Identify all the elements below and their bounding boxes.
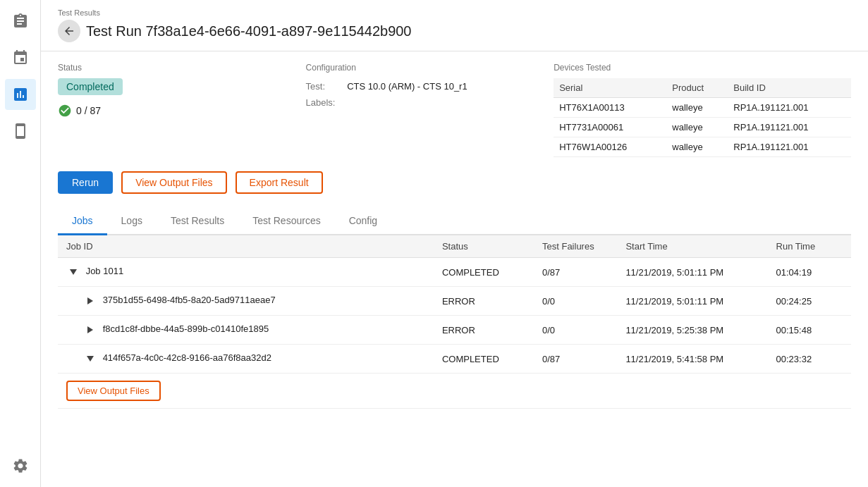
tab-test-results[interactable]: Test Results [157, 208, 238, 235]
table-row: Job 1011 COMPLETED 0/87 11/21/2019, 5:01… [58, 258, 851, 287]
job-run-time: 01:04:19 [768, 258, 851, 287]
job-failures: 0/87 [534, 345, 617, 374]
device-build-id: RP1A.191121.001 [728, 118, 851, 137]
job-id-value: Job 1011 [86, 266, 124, 276]
tab-config[interactable]: Config [335, 208, 391, 235]
config-test-value: CTS 10.0 (ARM) - CTS 10_r1 [347, 81, 467, 92]
content-area: Status Completed 0 / 87 Configuration Te… [41, 51, 868, 487]
devices-col-buildid: Build ID [728, 78, 851, 98]
config-labels-line: Labels: [306, 94, 554, 111]
device-serial: HT76W1A00126 [554, 137, 666, 157]
sidebar-item-analytics[interactable] [5, 79, 36, 110]
table-row: HT76W1A00126 walleye RP1A.191121.001 [554, 137, 851, 157]
page-header: Test Results Test Run 7f38a1e4-6e66-4091… [41, 0, 868, 51]
table-row: 375b1d55-6498-4fb5-8a20-5ad9711aeae7 ERR… [58, 287, 851, 316]
jobs-col-status: Status [434, 235, 534, 258]
config-labels-label: Labels: [306, 94, 345, 111]
expand-button[interactable] [66, 265, 80, 279]
main-content: Test Results Test Run 7f38a1e4-6e66-4091… [41, 0, 868, 487]
config-label: Configuration [306, 63, 554, 73]
status-block: Status Completed 0 / 87 [58, 63, 306, 157]
title-row: Test Run 7f38a1e4-6e66-4091-a897-9e11544… [58, 20, 851, 42]
device-build-id: RP1A.191121.001 [728, 98, 851, 118]
job-id-value: 414f657a-4c0c-42c8-9166-aa76f8aa32d2 [103, 352, 271, 363]
job-status: COMPLETED [434, 258, 534, 287]
row-view-output-button[interactable]: View Output Files [66, 381, 161, 401]
job-status: ERROR [434, 316, 534, 345]
job-id-cell: 375b1d55-6498-4fb5-8a20-5ad9711aeae7 [58, 287, 434, 316]
expand-icon [87, 297, 93, 304]
devices-label: Devices Tested [554, 63, 851, 73]
tab-logs[interactable]: Logs [107, 208, 157, 235]
sidebar-item-phone[interactable] [5, 116, 36, 147]
jobs-col-starttime: Start Time [617, 235, 767, 258]
job-failures: 0/87 [534, 258, 617, 287]
sidebar [0, 0, 41, 487]
expand-icon [87, 326, 93, 333]
page-title: Test Run 7f38a1e4-6e66-4091-a897-9e11544… [86, 23, 412, 39]
device-build-id: RP1A.191121.001 [728, 137, 851, 157]
job-start-time: 11/21/2019, 5:41:58 PM [617, 345, 767, 374]
check-circle-icon [58, 104, 72, 118]
tabs-row: Jobs Logs Test Results Test Resources Co… [58, 208, 851, 235]
view-output-files-button[interactable]: View Output Files [121, 171, 226, 194]
devices-table: Serial Product Build ID HT76X1A00113 wal… [554, 78, 851, 157]
collapse-icon [70, 269, 77, 275]
device-product: walleye [666, 118, 728, 137]
view-output-cell: View Output Files [58, 374, 851, 409]
status-label: Status [58, 63, 306, 73]
job-id-cell: 414f657a-4c0c-42c8-9166-aa76f8aa32d2 [58, 345, 434, 374]
table-row: HT76X1A00113 walleye RP1A.191121.001 [554, 98, 851, 118]
devices-col-serial: Serial [554, 78, 666, 98]
tab-jobs[interactable]: Jobs [58, 208, 107, 235]
job-run-time: 00:24:25 [768, 287, 851, 316]
sidebar-item-tasks[interactable] [5, 6, 36, 37]
device-product: walleye [666, 98, 728, 118]
collapse-icon [87, 356, 94, 362]
expand-button[interactable] [83, 294, 97, 308]
job-run-time: 00:23:32 [768, 345, 851, 374]
job-status: ERROR [434, 287, 534, 316]
pass-count-value: 0 / 87 [76, 105, 101, 116]
devices-col-product: Product [666, 78, 728, 98]
job-failures: 0/0 [534, 316, 617, 345]
job-failures: 0/0 [534, 287, 617, 316]
expand-button[interactable] [83, 323, 97, 337]
job-start-time: 11/21/2019, 5:01:11 PM [617, 287, 767, 316]
export-result-button[interactable]: Export Result [236, 171, 323, 194]
table-row: f8cd1c8f-dbbe-44a5-899b-c01410fe1895 ERR… [58, 316, 851, 345]
table-row: 414f657a-4c0c-42c8-9166-aa76f8aa32d2 COM… [58, 345, 851, 374]
job-id-value: 375b1d55-6498-4fb5-8a20-5ad9711aeae7 [103, 295, 276, 305]
jobs-col-failures: Test Failures [534, 235, 617, 258]
sidebar-item-calendar[interactable] [5, 42, 36, 73]
config-test-line: Test: CTS 10.0 (ARM) - CTS 10_r1 [306, 78, 554, 94]
jobs-table: Job ID Status Test Failures Start Time R… [58, 235, 851, 409]
expand-button[interactable] [83, 352, 97, 366]
info-section: Status Completed 0 / 87 Configuration Te… [58, 63, 851, 157]
jobs-col-id: Job ID [58, 235, 434, 258]
back-button[interactable] [58, 20, 80, 42]
view-output-row: View Output Files [58, 374, 851, 409]
job-id-cell: f8cd1c8f-dbbe-44a5-899b-c01410fe1895 [58, 316, 434, 345]
job-status: COMPLETED [434, 345, 534, 374]
table-row: HT7731A00061 walleye RP1A.191121.001 [554, 118, 851, 137]
actions-row: Rerun View Output Files Export Result [58, 171, 851, 194]
job-run-time: 00:15:48 [768, 316, 851, 345]
job-start-time: 11/21/2019, 5:25:38 PM [617, 316, 767, 345]
job-id-cell: Job 1011 [58, 258, 434, 287]
config-block: Configuration Test: CTS 10.0 (ARM) - CTS… [306, 63, 554, 157]
jobs-col-runtime: Run Time [768, 235, 851, 258]
breadcrumb: Test Results [58, 8, 851, 17]
config-test-label: Test: [306, 78, 345, 94]
rerun-button[interactable]: Rerun [58, 171, 113, 194]
job-start-time: 11/21/2019, 5:01:11 PM [617, 258, 767, 287]
device-product: walleye [666, 137, 728, 157]
devices-section: Devices Tested Serial Product Build ID H… [554, 63, 851, 157]
sidebar-item-settings[interactable] [5, 450, 36, 481]
device-serial: HT7731A00061 [554, 118, 666, 137]
status-badge: Completed [58, 78, 123, 95]
job-id-value: f8cd1c8f-dbbe-44a5-899b-c01410fe1895 [103, 323, 269, 334]
pass-count: 0 / 87 [58, 104, 306, 118]
tab-test-resources[interactable]: Test Resources [238, 208, 334, 235]
device-serial: HT76X1A00113 [554, 98, 666, 118]
